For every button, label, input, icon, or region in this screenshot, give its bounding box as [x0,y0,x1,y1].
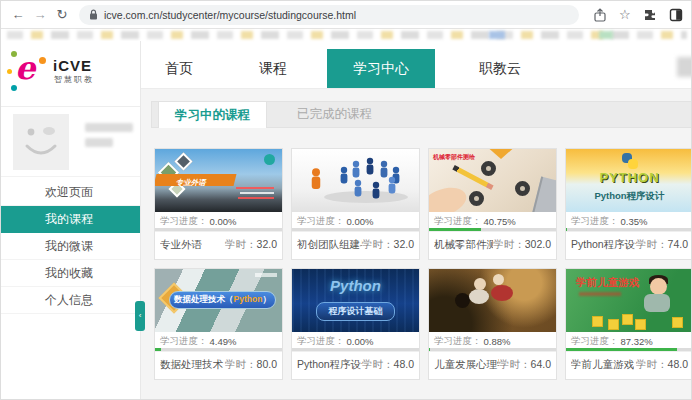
logo-dot [39,57,46,64]
toy-block [672,317,683,328]
logo-text: iCVE [53,57,92,74]
course-card[interactable]: 专业外语 学习进度：0.00% 专业外语学时：32.0 [154,148,283,260]
toy-block [608,319,619,330]
bookmark-star-icon[interactable]: ☆ [619,8,631,21]
course-name[interactable]: Python程序设计 [571,238,636,252]
sidebar-collapse-handle[interactable]: ‹ [135,301,145,331]
progress-label: 学习进度： [160,215,208,228]
forward-button[interactable]: → [29,7,51,22]
course-card[interactable]: 学习进度：0.00% 初创团队组建与...学时：32.0 [291,148,420,260]
ruler-graphic [532,176,556,212]
course-name[interactable]: 数据处理技术（P... [160,358,225,372]
paper-people-graphic [292,149,419,212]
sidebar-menu: 欢迎页面 我的课程 我的微课 我的收藏 个人信息 [1,179,140,314]
nav-item-home[interactable]: 首页 [141,49,217,88]
progress-value: 4.49% [210,336,237,347]
course-thumbnail[interactable] [429,269,556,332]
course-card[interactable]: 数据处理技术（Python） 学习进度：4.49% 数据处理技术（P...学时：… [154,268,283,380]
course-hours: 学时：302.0 [493,238,551,252]
icve-logo-icon: e [15,49,35,87]
child-graphic [455,293,470,308]
url-text: icve.com.cn/studycenter/mycourse/studing… [104,9,356,21]
bearing-graphic [481,161,496,176]
course-thumbnail[interactable]: 学前儿童游戏 [566,269,692,332]
user-profile [1,107,140,177]
thumb-subtitle-blur [579,292,621,296]
tab-completed-courses[interactable]: 已完成的课程 [281,102,388,127]
course-name[interactable]: 儿童发展心理学(... [434,358,499,372]
toy-block [592,316,603,327]
tab-studying-courses[interactable]: 学习中的课程 [158,101,267,128]
sidebar-item-personal-info[interactable]: 个人信息 [1,287,140,314]
course-grid: 专业外语 学习进度：0.00% 专业外语学时：32.0 [154,148,692,380]
thumb-subtitle: Python程序设计 [566,190,692,203]
course-name[interactable]: 初创团队组建与... [297,238,362,252]
main-content: 学习中的课程 已完成的课程 专业外语 学习进度：0.00% 专业外语学时：3 [141,89,692,400]
baby-graphic [650,278,667,295]
progress-value: 0.00% [347,336,374,347]
thumb-title: Python [292,277,419,294]
course-hours: 学时：64.0 [499,358,551,372]
bearing-graphic [469,191,484,206]
course-name[interactable]: Python程序设计... [297,358,362,372]
course-thumbnail[interactable]: 机械零部件测绘 [429,149,556,212]
nav-item-vocational-cloud[interactable]: 职教云 [455,49,545,88]
thumb-circle [264,154,275,165]
blurred-nav-avatar [677,57,692,77]
course-card[interactable]: 学前儿童游戏 学习进度：87.32% 学前儿童游戏学时：48.0 [565,268,692,380]
back-button[interactable]: ← [7,7,29,22]
course-thumbnail[interactable] [292,149,419,212]
course-name[interactable]: 专业外语 [160,238,202,252]
course-thumbnail[interactable]: 数据处理技术（Python） [155,269,282,332]
avatar[interactable] [13,114,69,170]
sidebar-item-welcome[interactable]: 欢迎页面 [1,179,140,206]
nav-item-study-center[interactable]: 学习中心 [327,49,435,88]
bookmarks-bar [1,29,692,41]
thumb-title: 学前儿童游戏 [576,276,639,290]
progress-value: 87.32% [621,336,653,347]
course-card[interactable]: PYTHON Python程序设计 学习进度：0.35% Python程序设计学… [565,148,692,260]
course-thumbnail[interactable]: 专业外语 [155,149,282,212]
logo-dot [7,69,12,74]
course-thumbnail[interactable]: PYTHON Python程序设计 [566,149,692,212]
lock-icon [89,9,98,20]
logo[interactable]: e iCVE 智慧职教 [1,41,140,107]
thumb-logo-blur [255,273,277,277]
browser-toolbar: ← → ↻ icve.com.cn/studycenter/mycourse/s… [1,1,692,29]
progress-label: 学习进度： [434,335,482,348]
progress-label: 学习进度： [571,335,619,348]
share-icon[interactable] [593,8,607,22]
logo-dot [11,85,17,91]
address-bar[interactable]: icve.com.cn/studycenter/mycourse/studing… [79,5,579,25]
extensions-icon[interactable] [643,8,657,22]
course-hours: 学时：32.0 [362,238,414,252]
blurred-bookmark-blue [489,31,505,39]
profile-panel-icon[interactable] [669,8,683,22]
child-graphic [474,278,486,290]
tab-bar: 学习中的课程 已完成的课程 [151,101,692,128]
thumb-banner: 专业外语 [155,174,236,186]
nav-item-courses[interactable]: 课程 [235,49,311,88]
blurred-bookmarks [7,31,687,39]
child-graphic [491,285,513,301]
sidebar-item-my-favorites[interactable]: 我的收藏 [1,260,140,287]
progress-label: 学习进度： [297,215,345,228]
course-card[interactable]: 机械零部件测绘 学习进度：40.75% 机械零部件测绘学时：302.0 [428,148,557,260]
top-nav: 首页 课程 学习中心 职教云 [141,49,692,89]
course-hours: 学时：48.0 [636,358,688,372]
thumb-textline [240,192,274,194]
course-card[interactable]: Python 程序设计基础 学习进度：0.00% Python程序设计...学时… [291,268,420,380]
sidebar-item-my-courses[interactable]: 我的课程 [1,206,140,233]
course-name[interactable]: 学前儿童游戏 [571,358,634,372]
child-graphic [469,289,489,304]
course-card[interactable]: 学习进度：0.88% 儿童发展心理学(...学时：64.0 [428,268,557,380]
sidebar-item-my-microcourses[interactable]: 我的微课 [1,233,140,260]
hand-graphic [429,183,470,212]
refresh-button[interactable]: ↻ [51,7,73,22]
toy-block [635,319,646,330]
course-name[interactable]: 机械零部件测绘 [434,238,493,252]
logo-subtext: 智慧职教 [54,74,94,85]
thumb-textline [238,197,274,199]
course-thumbnail[interactable]: Python 程序设计基础 [292,269,419,332]
logo-dot [11,51,17,57]
